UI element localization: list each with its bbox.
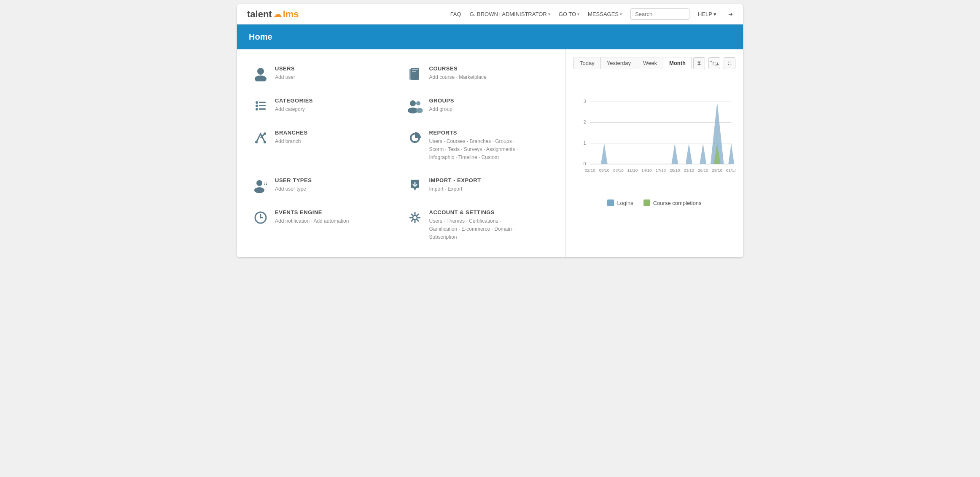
tab-week[interactable]: Week <box>637 57 663 69</box>
add-course-link[interactable]: Add course <box>429 74 455 80</box>
logins-swatch <box>607 199 614 206</box>
groups-icon <box>407 97 423 114</box>
branches-title: BRANCHES <box>275 129 396 136</box>
import-link[interactable]: Import <box>429 186 444 192</box>
reports-groups-link[interactable]: Groups <box>495 138 512 144</box>
svg-rect-4 <box>412 71 416 72</box>
help-link[interactable]: HELP ▾ <box>698 11 716 17</box>
menu-item-usertypes[interactable]: USER TYPES Add user type <box>247 170 401 202</box>
account-subscription-link[interactable]: Subscription <box>429 234 457 240</box>
search-input[interactable] <box>630 8 689 20</box>
add-notification-link[interactable]: Add notification <box>275 218 310 224</box>
reports-surveys-link[interactable]: Surveys <box>464 146 482 152</box>
add-branch-link[interactable]: Add branch <box>275 138 301 144</box>
reports-timeline-link[interactable]: Timeline <box>458 154 477 160</box>
menu-item-events[interactable]: EVENTS ENGINE Add notification · Add aut… <box>247 202 401 249</box>
add-usertype-link[interactable]: Add user type <box>275 186 306 192</box>
messages-menu[interactable]: MESSAGES ▾ <box>588 11 622 17</box>
svg-rect-11 <box>259 108 266 110</box>
add-category-link[interactable]: Add category <box>275 106 305 112</box>
logout-icon[interactable]: ➔ <box>728 11 733 17</box>
chart-bar-icon[interactable]: ʺr;▴ <box>708 57 720 69</box>
tab-yesterday[interactable]: Yesterday <box>600 57 637 69</box>
svg-point-21 <box>254 187 264 193</box>
add-user-link[interactable]: Add user <box>275 74 295 80</box>
courses-sub: Add course · Marketplace <box>429 73 551 81</box>
chart-history-icon[interactable]: ⧗ <box>693 57 705 69</box>
branches-text: BRANCHES Add branch <box>275 129 396 146</box>
completions-swatch <box>643 199 650 206</box>
svg-text:23/10: 23/10 <box>684 168 694 172</box>
tab-today[interactable]: Today <box>573 57 601 69</box>
reports-icon <box>407 129 423 146</box>
tab-month[interactable]: Month <box>663 57 692 69</box>
user-icon <box>252 65 269 82</box>
user-name: G. BROWN <box>470 11 498 17</box>
svg-point-14 <box>416 101 420 105</box>
reports-infographic-link[interactable]: Infographic <box>429 154 454 160</box>
menu-item-users[interactable]: USERS Add user <box>247 58 401 90</box>
user-menu[interactable]: G. BROWN | ADMINISTRATOR ▾ <box>470 11 550 17</box>
usertypes-icon <box>252 177 269 194</box>
logo[interactable]: talent ☁ lms <box>247 9 299 20</box>
chart-legend: Logins Course completions <box>573 199 735 206</box>
svg-text:11/10: 11/10 <box>627 168 638 172</box>
account-users-link[interactable]: Users <box>429 218 442 224</box>
svg-text:05/10: 05/10 <box>599 168 610 172</box>
svg-text:0: 0 <box>584 161 586 166</box>
header: talent ☁ lms FAQ G. BROWN | ADMINISTRATO… <box>237 4 743 24</box>
importexport-title: IMPORT - EXPORT <box>429 177 551 183</box>
add-group-link[interactable]: Add group <box>429 106 452 112</box>
reports-scorm-link[interactable]: Scorm <box>429 146 444 152</box>
branches-sub: Add branch <box>275 137 396 146</box>
reports-users-link[interactable]: Users <box>429 138 442 144</box>
page-title: Home <box>249 32 731 42</box>
account-domain-link[interactable]: Domain <box>494 226 512 232</box>
menu-item-branches[interactable]: BRANCHES Add branch <box>247 122 401 170</box>
account-certifications-link[interactable]: Certifications <box>469 218 498 224</box>
export-link[interactable]: Export <box>448 186 463 192</box>
categories-title: CATEGORIES <box>275 97 396 104</box>
account-gamification-link[interactable]: Gamification <box>429 226 458 232</box>
menu-item-groups[interactable]: GROUPS Add group <box>401 90 556 122</box>
reports-custom-link[interactable]: Custom <box>482 154 499 160</box>
menu-item-account[interactable]: ACCOUNT & SETTINGS Users · Themes · Cert… <box>401 202 556 249</box>
header-nav: FAQ G. BROWN | ADMINISTRATOR ▾ GO TO ▾ M… <box>450 8 733 20</box>
help-arrow: ▾ <box>713 11 716 17</box>
goto-menu[interactable]: GO TO ▾ <box>559 11 579 17</box>
reports-tests-link[interactable]: Tests <box>448 146 460 152</box>
account-ecommerce-link[interactable]: E-commerce <box>461 226 490 232</box>
importexport-sub: Import · Export <box>429 185 551 193</box>
svg-marker-50 <box>686 143 692 164</box>
marketplace-link[interactable]: Marketplace <box>459 74 486 80</box>
chart-grid-icon[interactable]: ∷ <box>724 57 735 69</box>
menu-item-importexport[interactable]: IMPORT - EXPORT Import · Export <box>401 170 556 202</box>
svg-point-15 <box>416 108 423 113</box>
groups-sub: Add group <box>429 105 551 113</box>
svg-text:02/10: 02/10 <box>585 168 595 172</box>
events-sub: Add notification · Add automation <box>275 217 396 225</box>
legend-logins: Logins <box>607 199 633 206</box>
goto-arrow: ▾ <box>577 12 579 16</box>
svg-text:17/10: 17/10 <box>655 168 666 172</box>
menu-item-courses[interactable]: COURSES Add course · Marketplace <box>401 58 556 90</box>
svg-marker-26 <box>412 186 417 191</box>
menu-item-reports[interactable]: REPORTS Users · Courses · Branches · Gro… <box>401 122 556 170</box>
nav-separator: | <box>499 11 501 17</box>
reports-branches-link[interactable]: Branches <box>470 138 491 144</box>
reports-text: REPORTS Users · Courses · Branches · Gro… <box>429 129 551 162</box>
add-automation-link[interactable]: Add automation <box>313 218 349 224</box>
completions-label: Course completions <box>653 200 702 206</box>
menu-item-categories[interactable]: CATEGORIES Add category <box>247 90 401 122</box>
reports-assignments-link[interactable]: Assignments <box>486 146 515 152</box>
reports-courses-link[interactable]: Courses <box>447 138 466 144</box>
groups-title: GROUPS <box>429 97 551 104</box>
faq-link[interactable]: FAQ <box>450 11 461 17</box>
svg-point-8 <box>256 105 258 107</box>
svg-text:3: 3 <box>584 99 586 104</box>
usertypes-text: USER TYPES Add user type <box>275 177 396 193</box>
categories-sub: Add category <box>275 105 396 113</box>
users-text: USERS Add user <box>275 65 396 81</box>
left-panel: USERS Add user COURSES Add course · Mark… <box>237 49 566 257</box>
account-themes-link[interactable]: Themes <box>447 218 465 224</box>
